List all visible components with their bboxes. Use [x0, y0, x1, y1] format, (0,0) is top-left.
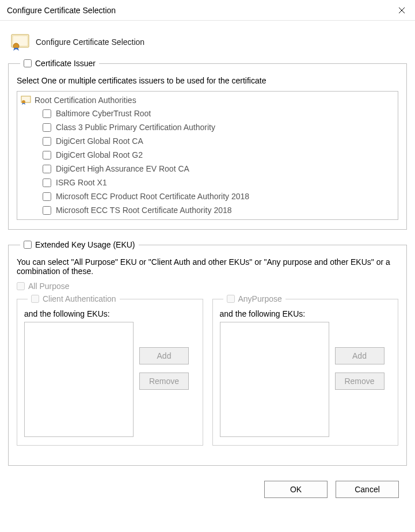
client-auth-checkbox: [31, 295, 39, 303]
certificate-issuer-group: Certificate Issuer Select One or multipl…: [8, 59, 407, 230]
any-purpose-sublabel: and the following EKUs:: [220, 309, 391, 318]
client-auth-sublabel: and the following EKUs:: [24, 309, 196, 318]
any-purpose-listbox[interactable]: [220, 322, 329, 437]
eku-checkbox[interactable]: [24, 241, 32, 249]
certificate-issuer-legend: Certificate Issuer: [35, 59, 96, 68]
tree-item[interactable]: DigiCert Global Root CA: [43, 134, 395, 148]
issuer-tree[interactable]: Root Certification Authorities Baltimore…: [17, 91, 398, 220]
certificate-icon: [10, 33, 30, 51]
any-purpose-checkbox: [227, 295, 235, 303]
certificate-icon: [21, 95, 31, 105]
client-auth-remove-button: Remove: [139, 373, 189, 390]
client-auth-listbox[interactable]: [24, 322, 134, 437]
eku-description: You can select "All Purpose" EKU or "Cli…: [17, 257, 398, 276]
tree-item-checkbox[interactable]: [43, 137, 51, 146]
tree-item-label: DigiCert Global Root CA: [56, 134, 143, 148]
tree-item-checkbox[interactable]: [43, 123, 51, 132]
client-auth-add-button: Add: [139, 347, 189, 364]
tree-item[interactable]: DigiCert Global Root G2: [43, 148, 395, 162]
tree-item-checkbox[interactable]: [43, 165, 51, 173]
tree-item[interactable]: Class 3 Public Primary Certification Aut…: [43, 120, 395, 134]
close-icon: [398, 7, 405, 14]
tree-item-label: Class 3 Public Primary Certification Aut…: [56, 120, 215, 134]
tree-root-label: Root Certification Authorities: [35, 96, 136, 105]
tree-item-label: Baltimore CyberTrust Root: [56, 107, 151, 120]
client-auth-legend: Client Authentication: [43, 294, 116, 303]
any-purpose-add-button: Add: [335, 347, 384, 364]
ok-button[interactable]: OK: [264, 481, 328, 498]
tree-item-label: Microsoft ECC Product Root Certificate A…: [56, 189, 249, 203]
tree-item[interactable]: DigiCert High Assurance EV Root CA: [43, 162, 395, 176]
tree-item-label: ISRG Root X1: [56, 176, 107, 189]
issuer-description: Select One or multiple certificates issu…: [17, 76, 398, 85]
tree-item[interactable]: Microsoft ECC TS Root Certificate Author…: [43, 203, 395, 217]
tree-root[interactable]: Root Certification Authorities: [21, 95, 395, 105]
all-purpose-checkbox: [17, 282, 25, 290]
any-purpose-group: AnyPurpose and the following EKUs: Add R…: [212, 294, 399, 446]
dialog-heading: Configure Certificate Selection: [36, 37, 144, 47]
client-auth-group: Client Authentication and the following …: [17, 294, 203, 446]
tree-item-checkbox[interactable]: [43, 178, 51, 187]
tree-item-checkbox[interactable]: [43, 206, 51, 215]
tree-item-checkbox[interactable]: [43, 109, 51, 118]
window-title: Configure Certificate Selection: [7, 6, 116, 15]
dialog-header: Configure Certificate Selection: [10, 33, 407, 51]
tree-item-checkbox[interactable]: [43, 151, 51, 159]
tree-item[interactable]: Microsoft ECC Product Root Certificate A…: [43, 189, 395, 203]
titlebar: Configure Certificate Selection: [0, 0, 415, 21]
any-purpose-remove-button: Remove: [335, 373, 384, 390]
tree-item-label: DigiCert High Assurance EV Root CA: [56, 162, 189, 176]
all-purpose-row: All Purpose: [17, 282, 398, 291]
tree-item-label: DigiCert Global Root G2: [56, 148, 143, 162]
any-purpose-legend: AnyPurpose: [238, 294, 282, 303]
eku-legend: Extended Key Usage (EKU): [35, 240, 135, 249]
all-purpose-label: All Purpose: [28, 282, 70, 291]
tree-item[interactable]: ISRG Root X1: [43, 176, 395, 189]
cancel-button[interactable]: Cancel: [336, 481, 399, 498]
tree-item-checkbox[interactable]: [43, 192, 51, 201]
eku-group: Extended Key Usage (EKU) You can select …: [8, 240, 407, 466]
close-button[interactable]: [389, 0, 415, 21]
tree-item-label: Microsoft ECC TS Root Certificate Author…: [56, 203, 232, 217]
certificate-issuer-checkbox[interactable]: [24, 59, 32, 67]
tree-item[interactable]: Baltimore CyberTrust Root: [43, 107, 395, 120]
